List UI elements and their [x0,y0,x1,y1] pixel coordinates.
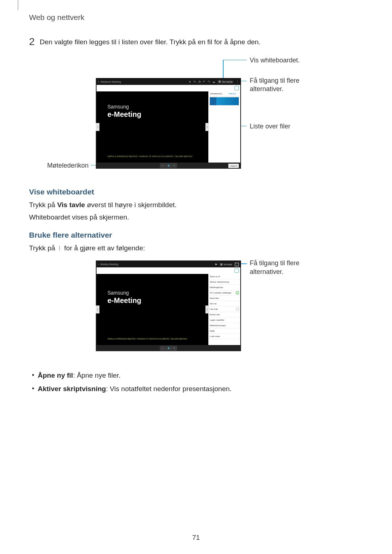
menu-item-send-files[interactable]: Send filer [208,296,240,301]
file-thumbnail[interactable] [210,97,239,105]
cloud-icon[interactable]: ☁ [212,80,215,83]
slide-area: › Samsung e-Meeting SIMPLE & PAPERLESS M… [97,91,208,163]
more-options-icon-highlighted[interactable]: ⋮ [235,263,239,266]
step-text: Den valgte filen legges til i listen ove… [40,36,261,48]
back-icon[interactable]: ‹ [98,80,99,83]
side-panel-tabs: Deltakere(1) Filer(1) [208,91,240,97]
slide-subtext: SIMPLE & PAPERLESS MEETING / SHARING OF … [107,155,204,157]
pager-prev[interactable]: ‹ [160,346,166,350]
menu-item-close-meeting[interactable]: Lukk møte [208,334,240,339]
bottom-bar: ‹ ♟ › [97,345,240,351]
panel-collapse-button[interactable]: › [205,305,209,313]
meeting-title: Weekend Meeting [101,81,121,83]
show-whiteboard-button[interactable]: Vis tavle [217,80,234,84]
menu-item-change-host[interactable]: Endre vert [208,312,240,317]
cursor-icon[interactable]: ➤ [215,263,217,266]
para-more-options: Trykk på ⋮ for å gjøre ett av følgende: [29,243,363,254]
whiteboard-icon [220,263,222,266]
callout-line2: alternativer. [250,268,283,275]
tab-files[interactable]: Filer(1) [224,91,240,97]
pager: ‹ ♟ › [160,163,177,168]
checkbox-empty-icon [236,308,239,311]
pager-prev[interactable]: ‹ [160,164,166,167]
app-titlebar: ‹ Weekend Meeting ➤ ✎ ◔ ↶ ↷ ☁ Vis tavle … [97,79,240,85]
pager-next[interactable]: › [171,346,177,350]
para-show-whiteboard-1: Trykk på Vis tavle øverst til høyre i sk… [29,200,363,210]
leader-icon: ♟ [166,164,171,167]
step-2: 2 Den valgte filen legges til i listen o… [29,36,363,48]
tab-participants[interactable]: Deltakere(1) [208,91,224,97]
pager: ‹ ♟ › [160,346,177,351]
page-number: 71 [0,534,392,542]
figure-1: Vis whiteboardet. Få tilgang til flere a… [29,56,363,180]
panel-collapse-button[interactable]: › [205,123,209,131]
menu-item-meeting-info[interactable]: Møteinformasjon [208,323,240,328]
leader-icon: ♟ [166,346,171,350]
more-options-inline-icon: ⋮ [57,247,62,250]
back-icon[interactable]: ‹ [98,263,99,266]
prev-slide-button[interactable]: › [96,123,99,131]
undo-icon[interactable]: ↶ [203,80,205,83]
show-whiteboard-label: Vis tavle [224,263,232,266]
expand-icon[interactable] [234,268,239,273]
pager-next[interactable]: › [171,164,177,167]
callout-more-options: Få tilgang til flere alternativer. [250,77,299,94]
heading-show-whiteboard: Vise whiteboardet [29,188,363,196]
para-show-whiteboard-2: Whiteboardet vises på skjermen. [29,212,363,223]
page-content: 2 Den valgte filen legges til i listen o… [29,36,363,397]
options-bullet-list: Åpne ny fil: Åpne nye filer. Aktiver skr… [29,370,363,394]
subbar [97,267,240,274]
callout-line1: Få tilgang til flere [250,259,299,267]
bullet-open-file: Åpne ny fil: Åpne nye filer. [29,370,363,381]
callout-whiteboard: Vis whiteboardet. [250,56,300,65]
meeting-title: Weekly Meeting [100,263,118,266]
menu-item-share-via[interactable]: Del via [208,301,240,307]
menu-item-open-file[interactable]: Åpne ny fil [208,274,240,279]
callout-line2: alternativer. [250,85,283,93]
menu-item-save-files[interactable]: Lagre møtefiler [208,317,240,323]
callout-line1: Få tilgang til flere [250,77,299,84]
step-number: 2 [29,36,35,48]
slide-subtext: SIMPLE & PAPERLESS MEETING / SHARING OF … [107,338,204,340]
menu-item-help[interactable]: Hjelp [208,328,240,334]
menu-item-message-box[interactable]: Meldingsboks [208,285,240,290]
menu-item-script-view[interactable]: Aktiver skriptvisning [208,279,240,285]
prev-slide-button[interactable]: › [96,305,99,313]
side-panel: Deltakere(1) Filer(1) [208,91,240,163]
slide-brand: Samsung [107,290,204,296]
slide-title: e-Meeting [107,110,204,119]
cursor-icon[interactable]: ➤ [189,80,191,83]
subbar [97,85,240,91]
redo-icon[interactable]: ↷ [208,80,210,83]
whiteboard-icon [219,81,221,83]
bullet-script-view: Aktiver skriptvisning: Vis notatfeltet n… [29,383,363,394]
figure-2: Få tilgang til flere alternativer. ‹ Wee… [29,258,363,364]
stage: › Samsung e-Meeting SIMPLE & PAPERLESS M… [97,91,240,163]
callout-file-list: Liste over filer [250,122,290,131]
lead-line [223,60,224,80]
device-screenshot-1: ‹ Weekend Meeting ➤ ✎ ◔ ↶ ↷ ☁ Vis tavle … [96,78,241,169]
options-menu: Åpne ny fil Aktiver skriptvisning Meldin… [208,274,240,345]
expand-icon[interactable] [234,86,239,90]
callout-more-options-2: Få tilgang til flere alternativer. [250,259,299,276]
slide-area: › Samsung e-Meeting SIMPLE & PAPERLESS M… [97,274,208,345]
add-file-button[interactable]: Legg til [228,164,239,168]
pen-icon[interactable]: ✎ [193,80,196,83]
heading-more-options: Bruke flere alternativer [29,231,363,239]
eraser-icon[interactable]: ◔ [198,80,201,83]
slide-title: e-Meeting [107,296,204,305]
lead-line [223,60,247,61]
more-options-icon[interactable]: ⋮ [236,81,239,82]
show-whiteboard-button[interactable]: Vis tavle [219,263,233,266]
show-whiteboard-label: Vis tavle [222,80,233,83]
callout-leader-icon: Møtelederikon [47,161,89,170]
page-header: Web og nettverk [29,13,85,22]
app-titlebar: ‹ Weekly Meeting ➤ Vis tavle ⋮ [97,261,240,267]
check-icon: ✓ [236,291,239,294]
bottom-bar: ‹ ♟ › Legg til [97,163,240,169]
slide-brand: Samsung [107,104,204,110]
page-left-rule [18,0,18,10]
menu-item-show-received[interactable]: Vis mottatte meldinger✓ [208,290,240,296]
device-screenshot-2: ‹ Weekly Meeting ➤ Vis tavle ⋮ › Samsung [96,260,241,351]
menu-item-lock-page[interactable]: Lås side [208,307,240,312]
